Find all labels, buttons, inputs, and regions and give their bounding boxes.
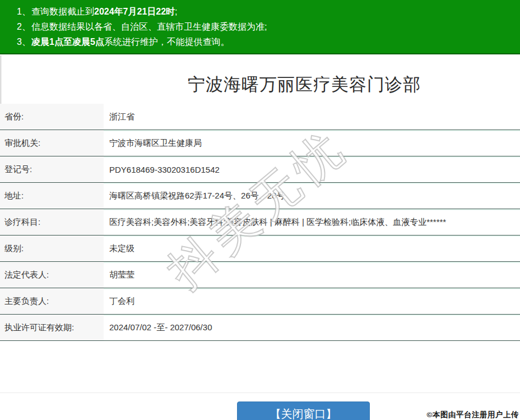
notice-2-number: 2、 bbox=[17, 19, 31, 34]
page-title: 宁波海曙万丽医疗美容门诊部 bbox=[0, 73, 520, 96]
table-row: 执业许可证有效期: 2024/07/02 -至- 2027/06/30 bbox=[0, 315, 520, 341]
row-label-province: 省份: bbox=[0, 104, 104, 130]
row-label-registration-number: 登记号: bbox=[0, 156, 104, 182]
row-label-principal: 主要负责人: bbox=[0, 288, 104, 314]
row-label-legal-representative: 法定代表人: bbox=[0, 262, 104, 288]
table-row: 地址: 海曙区高桥镇梁祝路62弄17-24号、26号、28号 bbox=[0, 183, 520, 209]
upload-credit-watermark: ©本图由平台注册用户上传 bbox=[427, 410, 519, 420]
row-label-level: 级别: bbox=[0, 236, 104, 261]
row-value-address: 海曙区高桥镇梁祝路62弄17-24号、26号、28号 bbox=[104, 183, 520, 209]
table-row: 法定代表人: 胡莹莹 bbox=[0, 262, 520, 288]
table-row: 省份: 浙江省 bbox=[0, 104, 520, 130]
row-value-level: 未定级 bbox=[104, 236, 520, 261]
notice-1-number: 1、 bbox=[17, 4, 31, 19]
notice-3-suffix: 系统进行维护，不能提供查询。 bbox=[104, 37, 230, 47]
notice-1-text: 查询数据截止到 bbox=[31, 7, 94, 16]
table-row: 主要负责人: 丁会利 bbox=[0, 288, 520, 315]
notice-1-bold-text: 2024年7月21日22时 bbox=[94, 7, 175, 16]
row-value-principal: 丁会利 bbox=[104, 288, 520, 314]
notice-line-3: 3、凌晨1点至凌晨5点系统进行维护，不能提供查询。 bbox=[0, 34, 520, 49]
row-value-approval-authority: 宁波市海曙区卫生健康局 bbox=[104, 130, 520, 156]
table-row: 登记号: PDY618469-33020316D1542 bbox=[0, 156, 520, 183]
row-value-province: 浙江省 bbox=[104, 104, 520, 130]
institution-info-table: 省份: 浙江省 审批机关: 宁波市海曙区卫生健康局 登记号: PDY618469… bbox=[0, 104, 520, 341]
notice-line-1: 1、查询数据截止到2024年7月21日22时; bbox=[0, 4, 520, 19]
notice-3-bold-text: 凌晨1点至凌晨5点 bbox=[31, 37, 104, 47]
row-label-address: 地址: bbox=[0, 183, 104, 209]
table-row: 审批机关: 宁波市海曙区卫生健康局 bbox=[0, 130, 520, 156]
close-window-button[interactable]: 【关闭窗口】 bbox=[237, 401, 370, 420]
table-row: 诊疗科目: 医疗美容科;美容外科;美容牙科;美容皮肤科 | 麻醉科 | 医学检验… bbox=[0, 209, 520, 236]
table-row: 级别: 未定级 bbox=[0, 236, 520, 262]
notice-3-number: 3、 bbox=[17, 34, 31, 49]
notice-header: 1、查询数据截止到2024年7月21日22时; 2、信息数据结果以各省、自治区、… bbox=[0, 0, 520, 54]
row-value-registration-number: PDY618469-33020316D1542 bbox=[104, 156, 520, 182]
row-label-medical-subjects: 诊疗科目: bbox=[0, 209, 104, 235]
notice-2-text: 信息数据结果以各省、自治区、直辖市卫生健康委数据为准; bbox=[31, 22, 267, 31]
row-label-license-validity: 执业许可证有效期: bbox=[0, 315, 104, 340]
notice-line-2: 2、信息数据结果以各省、自治区、直辖市卫生健康委数据为准; bbox=[0, 19, 520, 34]
notice-1-suffix: ; bbox=[175, 7, 177, 16]
row-value-license-validity: 2024/07/02 -至- 2027/06/30 bbox=[104, 315, 520, 340]
row-value-legal-representative: 胡莹莹 bbox=[104, 262, 520, 288]
row-label-approval-authority: 审批机关: bbox=[0, 130, 104, 156]
row-value-medical-subjects: 医疗美容科;美容外科;美容牙科;美容皮肤科 | 麻醉科 | 医学检验科;临床体液… bbox=[104, 209, 520, 235]
footer-divider bbox=[0, 393, 520, 393]
